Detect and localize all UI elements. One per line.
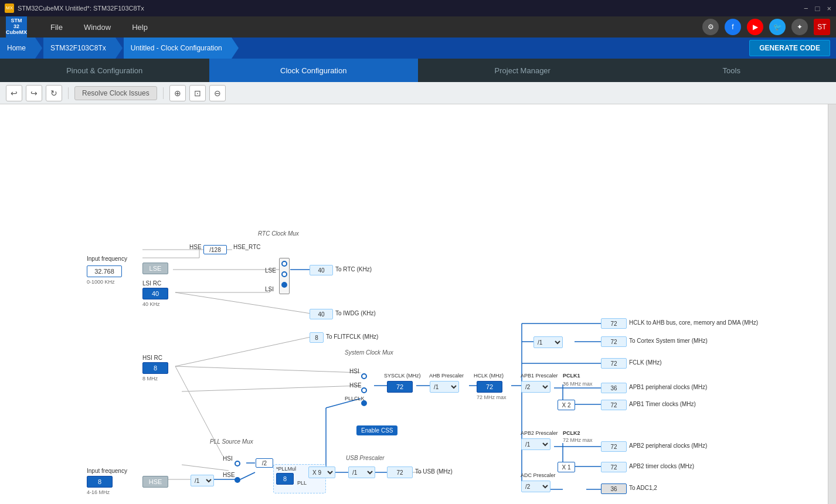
sysclk-value[interactable]: 72 (387, 381, 413, 393)
to-iwdg-value[interactable]: 40 (310, 309, 333, 319)
ahb-prescaler-label: AHB Prescaler (429, 373, 464, 379)
apb1-peripheral-value[interactable]: 36 (601, 383, 627, 393)
redo-button[interactable]: ↪ (26, 85, 42, 101)
ahb-prescaler-select[interactable]: /1 /2 (430, 381, 459, 393)
usb-output-value[interactable]: 72 (387, 466, 413, 478)
lse-box[interactable]: LSE (142, 263, 168, 274)
input-freq-1-value[interactable]: 32.768 (87, 265, 122, 277)
adc-prescaler-select[interactable]: /2 /4 (521, 481, 550, 492)
title-bar: MX STM32CubeMX Untitled*: STM32F103C8Tx … (0, 0, 836, 16)
sysclk-mux-hsi[interactable]: HSI (361, 367, 371, 379)
tab-pinout[interactable]: Pinout & Configuration (0, 59, 209, 82)
breadcrumb-project[interactable]: Untitled - Clock Configuration (124, 38, 232, 59)
generate-code-button[interactable]: GENERATE CODE (749, 40, 830, 56)
fit-view-button[interactable]: ⊡ (189, 85, 206, 101)
sysclk-mux-pll[interactable]: PLLCLK (361, 394, 381, 406)
resolve-clock-button[interactable]: Resolve Clock Issues (74, 86, 157, 100)
to-rtc-value[interactable]: 40 (310, 265, 333, 275)
menu-file[interactable]: File (41, 21, 72, 34)
pll-mux-radio-hse[interactable] (235, 477, 240, 483)
apb2-peripheral-value[interactable]: 72 (601, 441, 627, 452)
refresh-button[interactable]: ↻ (46, 85, 62, 101)
hsi-rc-freq: 8 MHz (142, 376, 158, 382)
hse-div-select[interactable]: /1 (191, 475, 214, 486)
menu-bar: STM32CubeMX File Window Help ⚙ f ▶ 🐦 ✦ S… (0, 16, 836, 38)
cortex-timer-value[interactable]: 72 (601, 336, 627, 347)
tab-project[interactable]: Project Manager (418, 59, 627, 82)
pll-mux-radio-hsi[interactable] (235, 461, 240, 466)
apb1-peripheral-label: APB1 peripheral clocks (MHz) (629, 384, 707, 390)
tab-tools[interactable]: Tools (627, 59, 837, 82)
app-icon: MX (5, 4, 14, 13)
sysclk-radio-hsi[interactable] (361, 373, 367, 379)
lsi-rc-value[interactable]: 40 (142, 288, 168, 299)
stm32-logo: STM32CubeMX (6, 16, 27, 38)
youtube-icon[interactable]: ▶ (747, 19, 763, 35)
apb2-prescaler-select[interactable]: /1 /2 (521, 438, 550, 450)
pll-mul-select[interactable]: X 9 X 2 (308, 466, 335, 478)
hse-rtc-label: HSE_RTC (233, 244, 261, 250)
hclk-max-label: 72 MHz max (477, 394, 507, 400)
twitter-icon[interactable]: 🐦 (769, 19, 786, 35)
apb1-timer-value[interactable]: 72 (601, 400, 627, 410)
menu-help[interactable]: Help (123, 21, 157, 34)
lse-mux-label: LSE (265, 267, 276, 274)
lsi-rc-label: LSI RC (142, 280, 161, 287)
maximize-button[interactable]: □ (815, 4, 820, 13)
connection-lines (0, 104, 836, 504)
minimize-button[interactable]: − (804, 4, 808, 13)
sysclk-radio-pll[interactable] (361, 400, 367, 406)
input-freq-2-label: Input frequency (87, 468, 127, 474)
to-flitf-value[interactable]: 8 (310, 332, 324, 343)
facebook-icon[interactable]: f (725, 19, 741, 35)
sysclk-mux-hse[interactable]: HSE (361, 381, 373, 393)
svg-line-8 (175, 292, 311, 314)
hse-box[interactable]: HSE (142, 476, 168, 488)
settings-icon[interactable]: ⚙ (702, 19, 719, 35)
rtc-clock-mux-label: RTC Clock Mux (258, 230, 299, 237)
close-button[interactable]: × (827, 4, 831, 13)
div128-box[interactable]: /128 (203, 245, 227, 254)
fclk-label: FCLK (MHz) (629, 359, 662, 366)
hclk-label: HCLK (MHz) (474, 373, 504, 379)
hse-div-label: HSE (189, 244, 202, 250)
fclk-value[interactable]: 72 (601, 358, 627, 369)
menu-window[interactable]: Window (74, 21, 120, 34)
apb1-prescaler-select[interactable]: /2 /1 /4 (521, 381, 550, 393)
adc-output-value[interactable]: 36 (601, 483, 627, 494)
pll-mul-value[interactable]: 8 (276, 473, 294, 485)
hclk-ahb-value[interactable]: 72 (601, 318, 627, 329)
apb1-prescaler-label: APB1 Prescaler (521, 373, 558, 379)
hclk-value[interactable]: 72 (477, 381, 502, 393)
sysclk-label: SYSCLK (MHz) (384, 373, 421, 379)
div2-pll-box[interactable]: /2 (256, 458, 273, 468)
input-freq-2-value[interactable]: 8 (87, 476, 113, 488)
apb2-timer-value[interactable]: 72 (601, 462, 627, 472)
zoom-out-button[interactable]: ⊖ (209, 85, 226, 101)
st-logo[interactable]: ST (814, 19, 830, 35)
breadcrumb-device[interactable]: STM32F103C8Tx (43, 38, 115, 59)
clock-diagram-area: Input frequency 32.768 0-1000 KHz LSE LS… (0, 104, 836, 504)
breadcrumb-home[interactable]: Home (0, 38, 35, 59)
svg-line-11 (182, 386, 361, 391)
adc-output-label: To ADC1,2 (629, 485, 657, 491)
tab-clock[interactable]: Clock Configuration (209, 59, 419, 82)
zoom-in-button[interactable]: ⊕ (169, 85, 186, 101)
cortex-prescaler-select[interactable]: /1 (533, 336, 563, 348)
breadcrumb-bar: Home STM32F103C8Tx Untitled - Clock Conf… (0, 38, 836, 59)
rtc-mux-radio-lse[interactable] (281, 271, 287, 277)
rtc-mux-radio-lsi[interactable] (281, 282, 287, 288)
system-clock-mux-label: System Clock Mux (345, 349, 393, 356)
community-icon[interactable]: ✦ (791, 19, 808, 35)
sysclk-radio-hse[interactable] (361, 387, 367, 393)
undo-button[interactable]: ↩ (6, 85, 22, 101)
usb-output-label: To USB (MHz) (415, 468, 453, 475)
usb-prescaler-select[interactable]: /1 /1.5 (348, 466, 375, 478)
input-freq-1-range: 0-1000 KHz (87, 279, 115, 285)
input-freq-2-range: 4-16 MHz (87, 489, 110, 495)
scrollbar-right[interactable] (828, 104, 836, 504)
enable-css-button[interactable]: Enable CSS (356, 425, 397, 435)
hsi-rc-value[interactable]: 8 (142, 362, 168, 374)
rtc-mux-radio-hse[interactable] (281, 261, 287, 267)
apb1-timer-label: APB1 Timer clocks (MHz) (629, 401, 696, 407)
